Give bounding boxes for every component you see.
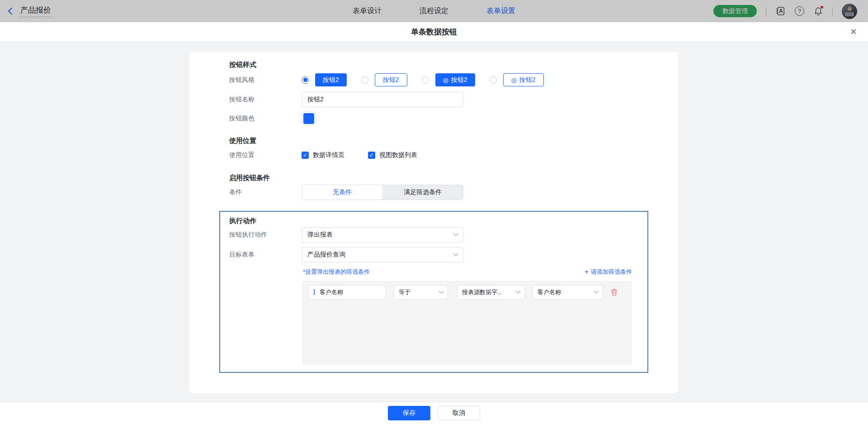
filter-value-select[interactable]: 客户名称 [533, 285, 603, 300]
checkbox-view-list-label: 视图数据列表 [379, 151, 417, 159]
delete-filter-button[interactable] [610, 288, 618, 297]
close-icon[interactable]: × [850, 25, 857, 38]
button-color-row: 按钮颜色 [229, 111, 316, 126]
avatar[interactable] [842, 4, 857, 19]
filter-source-select[interactable]: 报表源数据字... [457, 285, 525, 300]
chevron-down-icon [439, 289, 443, 294]
settings-card: 按钮样式 按钮风格 按钮2 按钮2 ◎ 按钮2 [189, 52, 678, 393]
data-manage-button[interactable]: 数据管理 [713, 5, 757, 17]
button-color-label: 按钮颜色 [229, 114, 302, 123]
contacts-icon[interactable] [775, 6, 786, 16]
section-title-usage: 使用位置 [229, 137, 256, 145]
checkbox-checked-icon[interactable]: ✓ [302, 152, 309, 159]
section-title-button-style: 按钮样式 [229, 61, 256, 69]
target-form-value: 产品报价查询 [307, 251, 345, 259]
filter-field-chip[interactable]: I 客户名称 [308, 285, 386, 300]
trash-icon [610, 288, 618, 297]
style-option-2: 按钮2 [361, 73, 407, 86]
record-icon: ◎ [443, 77, 448, 83]
radio-style-3[interactable] [422, 76, 429, 84]
checkbox-detail-page-group[interactable]: ✓ 数据详情页 [302, 151, 344, 159]
chevron-down-icon [515, 289, 520, 294]
filter-operator-select[interactable]: 等于 [394, 285, 448, 300]
tab-form-settings[interactable]: 表单设置 [486, 6, 515, 16]
checkbox-checked-icon[interactable]: ✓ [368, 152, 375, 159]
record-icon: ◎ [511, 77, 517, 83]
dialog-title: 单条数据按钮 [411, 27, 457, 37]
divider [766, 7, 766, 15]
tab-form-design[interactable]: 表单设计 [353, 6, 382, 16]
button-style-row: 按钮风格 按钮2 按钮2 ◎ 按钮2 [229, 73, 544, 86]
notifications-button[interactable] [813, 6, 823, 16]
checkbox-view-list-group[interactable]: ✓ 视图数据列表 [368, 151, 417, 159]
style-preview-outline-icon[interactable]: ◎ 按钮2 [503, 73, 544, 86]
filter-value-value: 客户名称 [538, 288, 561, 296]
filter-operator-value: 等于 [399, 288, 410, 296]
text-field-icon: I [313, 289, 316, 296]
button-name-row: 按钮名称 [229, 92, 463, 107]
radio-style-4[interactable] [490, 76, 497, 84]
filter-caption: *设置弹出报表的筛选条件 [303, 268, 370, 276]
segment-no-condition[interactable]: 无条件 [302, 185, 382, 200]
condition-segmented-control: 无条件 满足筛选条件 [302, 185, 463, 200]
style-preview-outline[interactable]: 按钮2 [375, 73, 407, 86]
execute-action-value: 弹出报表 [307, 231, 333, 239]
target-form-row: 目标表单 产品报价查询 [229, 247, 463, 262]
notification-badge [820, 5, 824, 9]
condition-label: 条件 [229, 188, 302, 196]
radio-style-2[interactable] [361, 76, 368, 84]
color-picker[interactable] [302, 111, 316, 126]
help-icon[interactable]: ? [795, 6, 804, 16]
button-style-label: 按钮风格 [229, 76, 302, 84]
color-swatch [303, 113, 314, 124]
style-option-1: 按钮2 [302, 73, 347, 86]
divider [832, 7, 833, 15]
add-filter-link[interactable]: + 请添加筛选条件 [585, 268, 632, 276]
dialog-footer: 保存 取消 [0, 402, 868, 424]
segment-filter-condition[interactable]: 满足筛选条件 [382, 185, 463, 200]
chevron-down-icon [453, 231, 458, 236]
radio-style-1[interactable] [302, 76, 309, 84]
plus-icon: + [585, 268, 589, 276]
tab-process-setting[interactable]: 流程设定 [420, 6, 448, 16]
filter-caption-row: *设置弹出报表的筛选条件 + 请添加筛选条件 [303, 268, 632, 276]
target-form-select[interactable]: 产品报价查询 [302, 247, 463, 262]
cancel-button[interactable]: 取消 [438, 406, 480, 420]
style-preview-solid-icon[interactable]: ◎ 按钮2 [435, 73, 475, 86]
save-button[interactable]: 保存 [388, 406, 430, 420]
button-name-label: 按钮名称 [229, 95, 302, 104]
chevron-down-icon [594, 289, 599, 294]
condition-row: 条件 无条件 满足筛选条件 [229, 185, 463, 200]
execute-action-label: 按钮执行动作 [229, 231, 302, 239]
section-title-enable-condition: 启用按钮条件 [229, 174, 270, 182]
execute-action-panel: 执行动作 按钮执行动作 弹出报表 目标表单 产品报价查询 *设置弹出报表的筛选条… [219, 211, 648, 373]
usage-row: 使用位置 ✓ 数据详情页 ✓ 视图数据列表 [229, 151, 441, 159]
style-option-4: ◎ 按钮2 [490, 73, 544, 86]
filter-source-value: 报表源数据字... [462, 288, 502, 296]
style-preview-solid[interactable]: 按钮2 [315, 73, 347, 86]
top-bar: 产品报价 表单设计 流程设定 表单设置 数据管理 ? [0, 0, 868, 22]
execute-action-select[interactable]: 弹出报表 [302, 227, 463, 243]
style-option-3: ◎ 按钮2 [422, 73, 475, 86]
filter-conditions-panel: I 客户名称 等于 报表源数据字... 客户名称 [302, 281, 632, 365]
chevron-down-icon [453, 251, 458, 256]
target-form-label: 目标表单 [229, 251, 302, 259]
dialog-content: 按钮样式 按钮风格 按钮2 按钮2 ◎ 按钮2 [0, 42, 868, 424]
checkbox-detail-page-label: 数据详情页 [313, 151, 344, 159]
dialog-titlebar: 单条数据按钮 × [0, 22, 868, 42]
button-name-input[interactable] [302, 92, 463, 107]
usage-label: 使用位置 [229, 151, 302, 159]
filter-field-name: 客户名称 [320, 288, 343, 296]
section-title-execute-action: 执行动作 [229, 217, 256, 225]
execute-action-row: 按钮执行动作 弹出报表 [229, 227, 463, 243]
